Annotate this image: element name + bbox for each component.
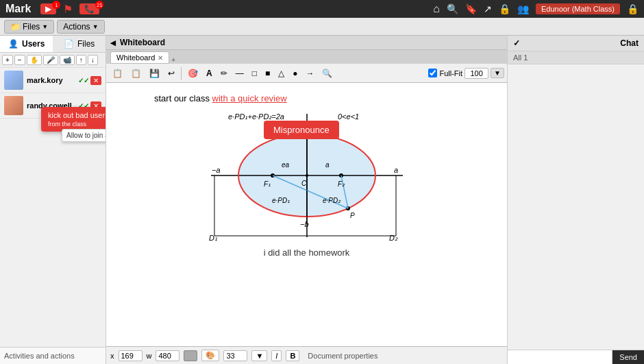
prop-size-down-btn[interactable]: ▼: [251, 350, 267, 361]
mispronounce-button[interactable]: Mispronounce: [264, 121, 339, 139]
wb-rect-btn[interactable]: □: [249, 66, 260, 80]
prop-color-swatch[interactable]: [184, 350, 197, 361]
chat-send-button[interactable]: Send: [612, 350, 644, 364]
chat-input[interactable]: [508, 350, 612, 364]
files-dropdown[interactable]: 📁 Files ▼: [4, 20, 54, 34]
prop-w-input[interactable]: [156, 350, 179, 361]
svg-text:e·PD₁+e·PD₂=2a: e·PD₁+e·PD₂=2a: [228, 112, 284, 121]
prop-doc-label: Document properties: [308, 352, 377, 360]
prop-w-label: w: [147, 352, 152, 360]
tab-users[interactable]: 👤 Users: [0, 36, 53, 52]
phone-button[interactable]: 📞 21: [79, 3, 99, 14]
avatar: [4, 71, 23, 90]
wb-triangle-btn[interactable]: △: [275, 66, 288, 80]
remove-user-btn[interactable]: −: [14, 55, 25, 65]
user-item: mark.kory ✓✓ ✕: [0, 68, 106, 93]
group-button[interactable]: 👥: [517, 3, 529, 14]
files-tab-label: Files: [77, 39, 95, 49]
wb-canvas[interactable]: start our class with a quick review Misp…: [106, 83, 507, 346]
kick-tooltip: kick out bad users from the class: [41, 107, 106, 132]
left-sidebar: 👤 Users 📄 Files + − ✋ 🎤 📹 ↑ ↓ mark.k: [0, 36, 106, 364]
wb-line-btn[interactable]: —: [232, 66, 247, 80]
prop-size-input[interactable]: [223, 350, 247, 361]
wb-zoom-tool-btn[interactable]: 🔍: [319, 66, 336, 80]
flag-button[interactable]: ⚑: [63, 3, 73, 16]
fullfit-checkbox[interactable]: [428, 69, 437, 77]
files-tab-icon: 📄: [64, 39, 74, 49]
prop-italic-btn[interactable]: I: [271, 350, 282, 361]
lock-button[interactable]: 🔒: [499, 3, 510, 14]
app-label: Edunoor (Math Class): [536, 3, 620, 14]
prop-bold-btn[interactable]: B: [286, 350, 299, 361]
main-layout: 👤 Users 📄 Files + − ✋ 🎤 📹 ↑ ↓ mark.k: [0, 36, 644, 364]
svg-text:F₁: F₁: [264, 180, 271, 188]
tab-files[interactable]: 📄 Files: [53, 36, 106, 52]
wb-intro-text: start our class with a quick review: [154, 93, 500, 104]
wb-tab-row: Whiteboard ✕ +: [106, 50, 507, 64]
wb-filled-rect-btn[interactable]: ■: [262, 66, 273, 80]
down-btn[interactable]: ↓: [88, 55, 98, 65]
wb-fullfit: Full-Fit ▼: [428, 68, 504, 79]
wb-pen-btn[interactable]: ✏: [217, 66, 231, 80]
svg-text:D₁: D₁: [209, 234, 217, 242]
wb-arrow-btn[interactable]: →: [302, 66, 317, 80]
wb-text-btn[interactable]: A: [203, 66, 216, 80]
chat-input-area: Send: [508, 350, 644, 364]
collapse-icon: ◀: [110, 39, 116, 47]
wb-save-btn[interactable]: 💾: [146, 66, 163, 80]
actions-dropdown[interactable]: Actions ▼: [57, 20, 104, 34]
wb-undo-btn[interactable]: ↩: [164, 66, 178, 80]
tooltip-sub-label: Allow to join and collaborate on Whitebo…: [66, 132, 106, 139]
svg-text:a: a: [394, 166, 398, 174]
bookmark-button[interactable]: 🔖: [465, 3, 477, 14]
center-panel: ◀ Whiteboard Whiteboard ✕ + 📋 📋 💾 ↩ 🎯 A …: [106, 36, 507, 364]
sidebar-tabs: 👤 Users 📄 Files: [0, 36, 106, 53]
svg-text:F₂: F₂: [338, 180, 345, 188]
user-toolbar: + − ✋ 🎤 📹 ↑ ↓: [0, 53, 106, 68]
actions-arrow-icon: ▼: [92, 23, 99, 30]
svg-text:C: C: [301, 180, 307, 187]
chat-expand-icon: ✓: [513, 38, 520, 48]
users-icon: 👤: [8, 39, 18, 49]
activities-section: Activities and actions: [0, 347, 106, 364]
intro-text-start: start our class: [154, 93, 212, 104]
raise-hand-btn[interactable]: ✋: [27, 55, 42, 65]
users-list: mark.kory ✓✓ ✕ randy.cowell ✓✓ ✕ kick: [0, 68, 106, 347]
user-name: mark.kory: [27, 76, 75, 84]
fullfit-label: Full-Fit: [439, 69, 462, 77]
svg-text:D₂: D₂: [389, 234, 398, 242]
wb-target-btn[interactable]: 🎯: [184, 66, 201, 80]
home-button[interactable]: ⌂: [433, 3, 440, 15]
activities-label: Activities and actions: [4, 352, 75, 360]
svg-text:−a: −a: [212, 166, 221, 174]
wb-separator: [181, 67, 182, 80]
chat-messages: [508, 64, 644, 350]
zoom-dropdown-btn[interactable]: ▼: [491, 68, 504, 78]
chat-header: ✓ Chat: [508, 36, 644, 51]
add-user-btn[interactable]: +: [2, 55, 13, 65]
avatar-image: [4, 96, 23, 115]
play-badge: 1: [52, 1, 60, 9]
avatar-image: [4, 71, 23, 90]
wb-paste-btn[interactable]: 📋: [127, 66, 145, 80]
prop-x-input[interactable]: [119, 350, 143, 361]
wb-add-tab-icon[interactable]: +: [171, 56, 175, 64]
video-btn[interactable]: 📹: [60, 55, 75, 65]
play-button[interactable]: ▶ 1: [40, 3, 56, 14]
prop-color-btn[interactable]: 🎨: [201, 350, 219, 361]
wb-ellipse-btn[interactable]: ●: [289, 66, 301, 80]
kick-btn[interactable]: ✕: [90, 76, 101, 85]
files-label: Files: [23, 22, 40, 32]
tooltip-sub-text: from the class: [48, 121, 86, 128]
mic-btn[interactable]: 🎤: [43, 55, 58, 65]
wb-tab[interactable]: Whiteboard ✕: [110, 51, 169, 64]
wb-copy-btn[interactable]: 📋: [109, 66, 126, 80]
wb-tab-close-icon[interactable]: ✕: [158, 54, 163, 62]
zoom-input[interactable]: [465, 68, 488, 79]
share-button[interactable]: ↗: [484, 3, 492, 14]
tooltip-title: kick out bad users: [48, 111, 106, 119]
files-icon: 📁: [10, 22, 21, 32]
approve-btn[interactable]: ✓✓: [78, 76, 89, 85]
search-button[interactable]: 🔍: [447, 3, 458, 14]
up-btn[interactable]: ↑: [76, 55, 86, 65]
